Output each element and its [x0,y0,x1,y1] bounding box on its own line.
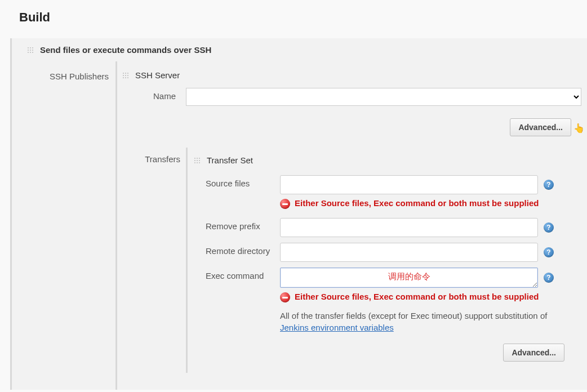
transfer-set-header: Transfer Set [188,148,587,171]
page-title: Build [0,0,587,38]
name-row: Name [117,86,587,108]
ssh-server-title: SSH Server [135,70,180,80]
source-files-row: Source files ? [188,171,587,195]
help-icon[interactable]: ? [544,222,554,233]
server-advanced-bar: Advanced... 👆 [117,108,587,141]
source-files-label: Source files [188,175,280,188]
ssh-publishers-row: SSH Publishers SSH Server Name Advanced.… [12,61,587,390]
exec-command-row: Exec command 调用的命令 ? [188,263,587,289]
drag-handle-icon[interactable] [122,72,130,79]
exec-command-error: Either Source files, Exec command or bot… [280,289,550,307]
error-text: Either Source files, Exec command or bot… [295,291,539,302]
exec-command-label: Exec command [188,268,280,280]
remote-directory-row: Remote directory ? [188,238,587,263]
jenkins-env-vars-link[interactable]: Jenkins environment variables [280,323,394,332]
transfers-row: Transfers Transfer Set Source files ? [117,148,587,373]
drag-handle-icon[interactable] [193,157,201,164]
name-label: Name [117,88,186,101]
help-icon[interactable]: ? [544,273,554,283]
cursor-hand-icon: 👆 [573,123,585,133]
error-text: Either Source files, Exec command or bot… [295,198,539,209]
server-advanced-button[interactable]: Advanced... [510,118,571,136]
error-icon [280,199,290,209]
remove-prefix-label: Remove prefix [188,218,280,231]
transfers-label: Transfers [117,148,186,164]
ssh-server-name-select[interactable] [186,88,581,106]
source-files-error: Either Source files, Exec command or bot… [280,195,550,213]
exec-command-textarea[interactable]: 调用的命令 [280,268,538,288]
help-icon[interactable]: ? [544,247,554,257]
ssh-step-header: Send files or execute commands over SSH [12,38,587,61]
source-files-input[interactable] [280,175,538,194]
transfer-set-title: Transfer Set [207,155,253,165]
ssh-server-header: SSH Server [117,61,587,86]
remove-prefix-input[interactable] [280,218,538,237]
transfers-panel: Transfer Set Source files ? Either Sourc… [186,148,587,373]
ssh-publishers-label: SSH Publishers [12,61,115,81]
remove-prefix-row: Remove prefix ? [188,213,587,238]
ssh-publishers-panel: SSH Server Name Advanced... 👆 Transfers [115,61,587,390]
error-icon [280,292,290,302]
transfer-advanced-button[interactable]: Advanced... [503,344,564,362]
help-icon[interactable]: ? [544,180,554,190]
remote-directory-input[interactable] [280,243,538,262]
transfer-advanced-bar: Advanced... [188,341,587,362]
transfer-help-text: All of the transfer fields (except for E… [280,308,550,341]
build-section: Send files or execute commands over SSH … [10,38,587,390]
drag-handle-icon[interactable] [26,46,34,54]
ssh-step-title: Send files or execute commands over SSH [40,45,211,55]
help-prefix: All of the transfer fields (except for E… [280,311,547,320]
remote-directory-label: Remote directory [188,243,280,256]
